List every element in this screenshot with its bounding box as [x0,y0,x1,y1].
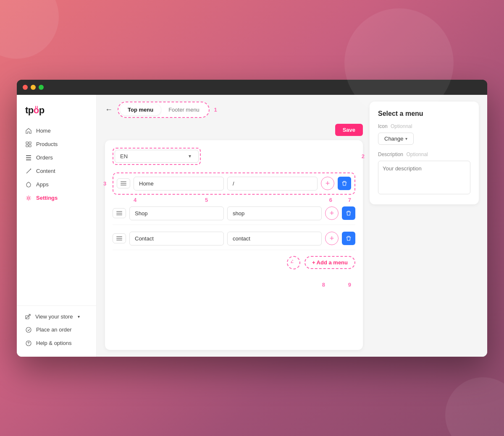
menu-add-btn-contact[interactable]: + [325,232,339,245]
menu-del-btn-contact[interactable] [342,232,355,245]
menu-path-input-home[interactable] [227,177,318,191]
main-content: ← Top menu Footer menu 1 Save [97,95,487,357]
drag-handle-contact[interactable] [113,233,126,243]
select-menu-title: Select a menu [378,110,470,117]
add-num-9: 9 [348,282,351,288]
description-textarea[interactable] [378,161,470,194]
place-order-icon [25,326,32,333]
main-inner: ← Top menu Footer menu 1 Save [97,95,487,357]
app-window: tpop Home [17,80,487,357]
sidebar-home-label: Home [36,128,51,134]
svg-rect-4 [26,155,31,156]
menu-name-input-contact[interactable] [129,232,224,245]
svg-point-12 [28,344,29,345]
menu-add-btn-shop[interactable]: + [325,206,339,220]
menu-card: EN FR DE ES ▾ 2 [105,140,363,350]
reset-icon [291,260,297,266]
svg-rect-6 [26,159,31,160]
add-num-8: 8 [322,282,325,288]
settings-icon [25,195,32,201]
menu-name-input-home[interactable] [134,177,224,191]
add-menu-button[interactable]: + Add a menu [304,256,355,269]
view-store-arrow: ▾ [78,314,80,319]
change-chevron: ▾ [405,136,407,141]
left-panel: ← Top menu Footer menu 1 Save [105,102,363,350]
logo-ears [34,106,39,109]
sidebar-item-home[interactable]: Home [17,124,96,138]
sidebar-apps-label: Apps [36,181,49,188]
menu-row-contact: + [113,227,355,250]
trash-icon [341,180,347,186]
tab-num-label: 1 [214,107,217,113]
view-store-label: View your store [35,313,73,320]
menu-del-btn-home[interactable] [338,177,351,190]
sidebar-item-apps[interactable]: Apps [17,178,96,191]
desc-optional-label: Optionnal [406,151,428,157]
select-menu-card: Select a menu Icon Optionnal Change ▾ De… [370,102,479,204]
menu-row-home: + [113,172,355,195]
sidebar-bottom: View your store ▾ Place an order [17,305,96,350]
svg-rect-2 [26,145,28,147]
apps-icon [25,181,32,188]
tabs-container: Top menu Footer menu [118,102,210,118]
trash-icon-contact [346,235,352,241]
sidebar-settings-label: Settings [36,195,58,201]
sidebar-orders-label: Orders [36,154,53,161]
sidebar-item-orders[interactable]: Orders [17,151,96,164]
drag-handle-home[interactable] [117,178,130,188]
title-bar [17,80,487,95]
trash-icon-shop [346,210,352,216]
drag-handle-shop[interactable] [113,208,126,218]
menu-path-input-shop[interactable] [227,206,322,220]
help-label: Help & options [36,340,72,346]
sidebar-content-label: Content [36,168,55,174]
svg-rect-0 [26,142,28,144]
reset-button[interactable] [287,256,300,269]
close-button[interactable] [23,85,28,90]
sidebar-item-settings[interactable]: Settings [17,191,96,205]
menu-add-btn-home[interactable]: + [321,177,334,190]
menu-path-input-contact[interactable] [227,232,322,245]
external-link-icon [25,313,31,319]
sidebar-item-view-store[interactable]: View your store ▾ [17,310,96,323]
home-icon [25,128,32,134]
add-menu-row: + Add a menu 8 9 [113,256,355,279]
tab-top-menu[interactable]: Top menu [120,104,161,115]
sidebar-item-content[interactable]: Content [17,164,96,178]
menu-del-btn-shop[interactable] [342,206,355,220]
lang-select[interactable]: EN FR DE ES [115,150,199,163]
orders-icon [25,154,32,161]
save-button[interactable]: Save [335,124,363,136]
logo: tpop [17,102,96,124]
change-button[interactable]: Change ▾ [378,133,414,145]
lang-num-label: 2 [362,153,365,159]
tab-footer-menu[interactable]: Footer menu [161,104,207,115]
lang-row: EN FR DE ES ▾ 2 [113,148,355,165]
save-btn-wrap: Save [105,124,363,136]
description-field-label: Description Optionnal [378,151,470,157]
sidebar-nav: Home Products [17,124,96,205]
icon-optional-label: Optionnal [391,123,412,129]
app-body: tpop Home [17,95,487,357]
lang-select-wrap: EN FR DE ES ▾ [113,148,201,165]
sidebar-item-help[interactable]: Help & options [17,337,96,350]
products-icon [25,141,32,148]
change-label: Change [384,136,404,142]
back-button[interactable]: ← [105,105,113,114]
maximize-button[interactable] [39,85,44,90]
menu-name-input-shop[interactable] [129,206,224,220]
menu-row-shop: + [113,202,355,225]
svg-rect-5 [26,157,31,158]
svg-point-8 [28,197,30,199]
content-icon [25,168,32,175]
icon-label: Icon Optionnal [378,123,470,129]
row-num-3: 3 [103,180,106,187]
sidebar-item-products[interactable]: Products [17,138,96,151]
svg-rect-3 [29,145,31,147]
sidebar-products-label: Products [36,141,58,147]
minimize-button[interactable] [31,85,36,90]
top-nav: ← Top menu Footer menu 1 [105,102,363,118]
sidebar-item-place-order[interactable]: Place an order [17,323,96,337]
traffic-lights [23,85,44,90]
right-panel: Select a menu Icon Optionnal Change ▾ De… [370,102,479,350]
